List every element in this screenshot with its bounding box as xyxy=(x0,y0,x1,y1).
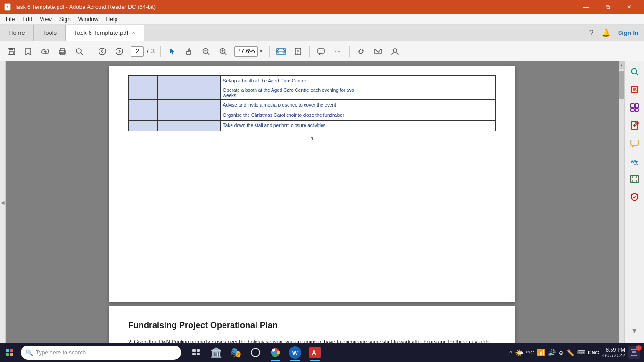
app-chrome[interactable] xyxy=(266,343,285,362)
pen-icon[interactable]: ✏️ xyxy=(567,349,574,356)
download-button[interactable] xyxy=(290,44,305,59)
svg-rect-46 xyxy=(631,140,638,145)
minimize-button[interactable]: — xyxy=(575,0,597,14)
tab-active-file[interactable]: Task 6 Template.pdf × xyxy=(66,25,144,41)
svg-line-21 xyxy=(224,53,226,55)
more-tools-button[interactable]: ··· xyxy=(330,44,346,59)
zoom-control: ▼ xyxy=(234,46,264,57)
show-hidden-icons[interactable]: ^ xyxy=(510,350,512,355)
pdf-scroll[interactable]: Set-up a booth at the Aged Care Centre O… xyxy=(6,61,619,343)
tab-bar-right: ? 🔔 Sign In xyxy=(584,25,644,41)
volume-icon[interactable]: 🔊 xyxy=(548,349,556,356)
svg-rect-37 xyxy=(631,104,634,108)
svg-text:A: A xyxy=(6,5,9,9)
app-taskbar2[interactable]: 🎭 xyxy=(226,343,245,362)
weather-temp: 9°C xyxy=(526,350,534,355)
app-circle[interactable] xyxy=(246,343,265,362)
fit-page-button[interactable] xyxy=(273,44,289,59)
taskview-button[interactable] xyxy=(187,343,206,362)
taskbar-apps: 🏛️ 🎭 W xyxy=(187,343,324,362)
notification-center[interactable]: 1 xyxy=(628,346,640,359)
zoom-out-button[interactable] xyxy=(198,44,214,59)
next-page-button[interactable] xyxy=(112,44,127,59)
windows-icon xyxy=(6,349,13,356)
mail-button[interactable] xyxy=(371,44,386,59)
tab-tools[interactable]: Tools xyxy=(34,25,66,41)
sidebar-protect-icon[interactable] xyxy=(626,189,643,206)
scroll-up[interactable]: ▲ xyxy=(619,61,625,69)
pdf-viewer[interactable]: Set-up a booth at the Aged Care Centre O… xyxy=(6,61,619,343)
comment-button[interactable] xyxy=(314,44,329,59)
svg-point-13 xyxy=(99,48,106,55)
clock[interactable]: 8:59 PM 4/07/2022 xyxy=(602,347,625,358)
bookmark-button[interactable] xyxy=(21,44,36,59)
table-row: Operate a booth at the Aged Care Centre … xyxy=(129,86,496,100)
tab-home[interactable]: Home xyxy=(0,25,34,41)
sidebar-compress-icon[interactable] xyxy=(626,171,643,188)
notification-badge: 1 xyxy=(636,345,642,351)
svg-text:文: 文 xyxy=(634,160,638,165)
menu-window[interactable]: Window xyxy=(74,15,102,24)
table-row: Advise and invite a media presence to co… xyxy=(129,100,496,110)
find-button[interactable] xyxy=(72,44,87,59)
page-separator: / xyxy=(147,48,149,55)
network-icon[interactable]: 📶 xyxy=(537,349,545,356)
save-button[interactable] xyxy=(4,44,19,59)
menu-file[interactable]: File xyxy=(2,15,18,24)
right-sidebar: + A文 ▼ xyxy=(624,61,644,343)
svg-rect-51 xyxy=(192,349,196,352)
svg-rect-5 xyxy=(9,52,13,54)
menu-edit[interactable]: Edit xyxy=(18,15,36,24)
svg-rect-8 xyxy=(60,48,64,51)
pdf-page-2: Fundraising Project Operational Plan 2. … xyxy=(109,306,515,343)
link-button[interactable] xyxy=(354,44,369,59)
start-button[interactable] xyxy=(0,343,19,362)
sidebar-search-icon[interactable] xyxy=(626,63,643,80)
sidebar-comment-icon[interactable] xyxy=(626,135,643,152)
sidebar-organize-icon[interactable] xyxy=(626,99,643,116)
restore-button[interactable]: ⧉ xyxy=(597,0,619,14)
app-icon: A xyxy=(4,3,11,11)
menu-view[interactable]: View xyxy=(36,15,56,24)
task-table: Set-up a booth at the Aged Care Centre O… xyxy=(128,75,496,131)
tab-close-button[interactable]: × xyxy=(132,30,135,35)
separator-4 xyxy=(309,46,310,57)
date-display: 4/07/2022 xyxy=(602,353,625,358)
question-2: 2. Given that D&N Printing normally clos… xyxy=(128,338,496,343)
app-word[interactable]: W xyxy=(286,343,305,362)
help-icon[interactable]: ? xyxy=(589,29,594,37)
sidebar-scroll-down-icon[interactable]: ▼ xyxy=(626,322,643,339)
print-button[interactable] xyxy=(55,44,70,59)
app-adobe[interactable] xyxy=(305,343,324,362)
keyboard-icon[interactable]: ⌨ xyxy=(577,349,585,356)
table-row: Organise the Christmas Carol choir to cl… xyxy=(129,110,496,121)
weather-widget[interactable]: 🌤️ 9°C xyxy=(515,348,534,357)
page-number-input[interactable] xyxy=(131,46,144,57)
app-building[interactable]: 🏛️ xyxy=(206,343,225,362)
sidebar-create-icon[interactable]: + xyxy=(626,117,643,134)
tab-tools-label: Tools xyxy=(42,29,57,36)
close-button[interactable]: ✕ xyxy=(619,0,640,14)
panel-toggle[interactable]: ◀ xyxy=(0,61,6,343)
taskbar-search[interactable]: 🔍 Type here to search xyxy=(21,346,181,360)
sign-in-button[interactable]: Sign In xyxy=(618,29,638,36)
cloud-button[interactable] xyxy=(38,44,53,59)
svg-point-55 xyxy=(251,348,260,357)
scroll-track[interactable]: ▲ xyxy=(619,61,624,343)
notification-icon[interactable]: 🔔 xyxy=(601,28,611,37)
account-button[interactable] xyxy=(388,44,403,59)
svg-rect-24 xyxy=(295,48,301,55)
prev-page-button[interactable] xyxy=(95,44,110,59)
wifi-icon[interactable]: ⊕ xyxy=(559,349,564,356)
menu-help[interactable]: Help xyxy=(102,15,122,24)
zoom-input[interactable] xyxy=(234,46,258,57)
language-label[interactable]: ENG xyxy=(588,350,599,355)
select-tool[interactable] xyxy=(165,44,180,59)
zoom-in-button[interactable] xyxy=(215,44,231,59)
menu-sign[interactable]: Sign xyxy=(56,15,74,24)
scroll-thumb[interactable] xyxy=(619,71,624,99)
hand-tool[interactable] xyxy=(182,44,197,59)
sidebar-edit-icon[interactable] xyxy=(626,81,643,98)
zoom-dropdown[interactable]: ▼ xyxy=(259,49,264,54)
sidebar-translate-icon[interactable]: A文 xyxy=(626,153,643,170)
